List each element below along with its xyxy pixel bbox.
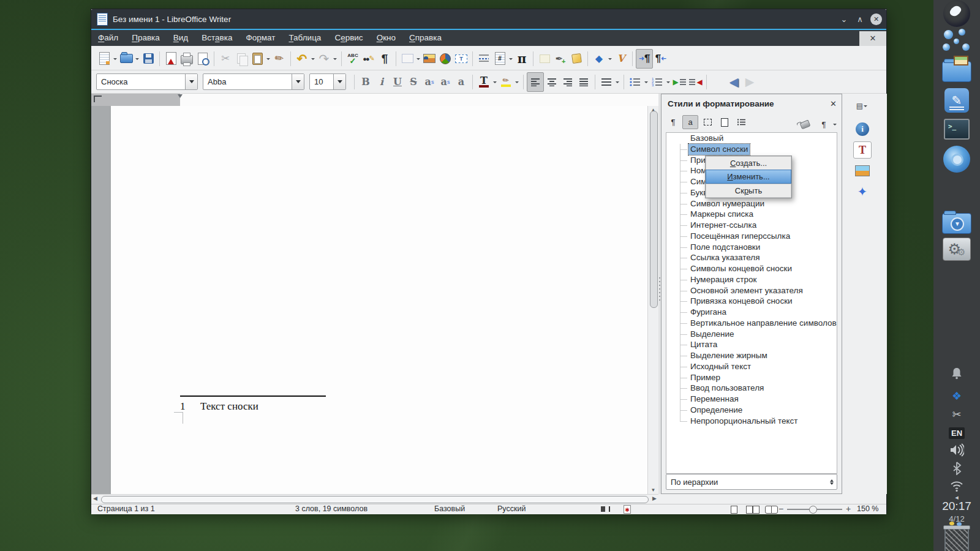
keyboard-layout-indicator[interactable]: EN — [949, 427, 965, 439]
menu-format[interactable]: Формат — [239, 30, 282, 46]
sort-mode-combo[interactable]: По иерархии — [666, 474, 837, 490]
status-paragraph-style[interactable]: Базовый — [434, 504, 465, 514]
style-list-item[interactable]: Посещённая гиперссылка — [666, 231, 837, 242]
status-wordcount[interactable]: 3 слов, 19 символов — [295, 504, 368, 514]
scroll-right-icon[interactable]: ▶ — [652, 495, 657, 501]
export-pdf-button[interactable] — [163, 50, 179, 68]
vertical-scrollbar[interactable]: ▲ ▼ — [647, 106, 658, 494]
tab-properties[interactable]: i — [853, 121, 872, 138]
menu-insert[interactable]: Вставка — [195, 30, 239, 46]
style-list-item[interactable]: Символ нумерации — [666, 198, 837, 209]
align-right-button[interactable] — [560, 73, 576, 91]
show-draw-functions-button[interactable]: ✒+ — [552, 50, 568, 68]
style-list-item[interactable]: Непропорциональный текст — [666, 416, 837, 427]
trash-icon[interactable] — [944, 528, 969, 551]
clear-formatting-button[interactable]: a — [453, 73, 469, 91]
paragraph-styles-button[interactable]: ¶ — [665, 115, 681, 129]
launcher-sphere-icon[interactable] — [943, 0, 970, 27]
font-color-dropdown[interactable] — [492, 73, 498, 91]
insert-mode-icon[interactable] — [601, 506, 610, 512]
paragraph-style-combo[interactable]: Сноска — [96, 73, 198, 90]
frame-styles-button[interactable] — [699, 115, 715, 129]
paste-button[interactable] — [249, 50, 265, 68]
print-button[interactable] — [179, 50, 195, 68]
insert-chart-button[interactable] — [437, 50, 453, 68]
bold-button[interactable]: B — [358, 73, 374, 91]
browser-icon[interactable] — [943, 146, 970, 173]
undo-dropdown[interactable] — [310, 50, 316, 68]
style-list-item[interactable]: Выделение — [666, 329, 837, 340]
context-menu-new[interactable]: Создать... — [706, 156, 791, 170]
insert-formula-button[interactable]: π — [514, 50, 530, 68]
text-editor-icon[interactable]: ✎ — [944, 88, 969, 113]
style-list-item[interactable]: Интернет-ссылка — [666, 220, 837, 231]
zoom-level[interactable]: 150 % — [857, 504, 878, 514]
style-list-item[interactable]: Основной элемент указателя — [666, 285, 837, 296]
zoom-out-button[interactable]: − — [778, 504, 783, 514]
italic-button[interactable]: i — [374, 73, 390, 91]
navigate-back-button[interactable]: ◀ — [726, 73, 742, 91]
underline-button[interactable]: U — [390, 73, 405, 91]
style-list-item[interactable]: Поле подстановки — [666, 242, 837, 253]
font-size-combo[interactable]: 10 — [309, 73, 346, 90]
system-settings-icon[interactable]: ⚙⚙ — [943, 238, 971, 261]
draw-object-button[interactable] — [568, 50, 584, 68]
style-list-item[interactable]: Цитата — [666, 339, 837, 350]
document-modified-icon[interactable]: ✱ — [624, 505, 631, 514]
subscript-button[interactable]: as — [437, 73, 453, 91]
open-button[interactable] — [118, 50, 134, 68]
tab-stop-selector-icon[interactable] — [94, 96, 102, 102]
tab-styles[interactable]: T — [853, 141, 872, 159]
hyperlink-dropdown[interactable] — [607, 50, 613, 68]
page-break-button[interactable] — [476, 50, 492, 68]
context-menu-modify[interactable]: Изменить... — [706, 170, 791, 184]
paste-dropdown[interactable] — [265, 50, 271, 68]
increase-indent-button[interactable]: ▶ — [671, 73, 687, 91]
style-list-item[interactable]: Базовый — [666, 133, 837, 144]
menu-window[interactable]: Окно — [370, 30, 402, 46]
font-name-combo[interactable]: Abba — [203, 73, 304, 90]
insert-table-dropdown[interactable] — [415, 50, 421, 68]
clone-formatting-button[interactable]: ✎ — [271, 50, 287, 68]
document-page[interactable]: 1Текст сноски — [111, 106, 647, 494]
menu-view[interactable]: Вид — [167, 30, 195, 46]
style-list-item[interactable]: Исходный текст — [666, 361, 837, 372]
new-document-button[interactable] — [96, 50, 112, 68]
context-menu-hide[interactable]: Скрыть — [706, 184, 791, 198]
font-color-button[interactable]: T — [476, 73, 492, 91]
scroll-left-icon[interactable]: ◀ — [93, 495, 97, 501]
style-list-item[interactable]: Символ сноски — [666, 144, 837, 155]
insert-textbox-button[interactable]: T — [453, 50, 469, 68]
downloads-folder-icon[interactable] — [942, 213, 971, 234]
titlebar[interactable]: Без имени 1 - LibreOffice Writer ⌄ ∧ ✕ — [91, 9, 886, 29]
style-list-item[interactable]: Определение — [666, 405, 837, 416]
style-list-item[interactable]: Переменная — [666, 394, 837, 405]
highlight-button[interactable]: ✎ — [498, 73, 514, 91]
sidebar-settings-button[interactable]: ▤ — [853, 97, 872, 114]
paragraph-style-dropdown[interactable] — [185, 74, 197, 89]
panel-close-button[interactable]: ✕ — [830, 99, 837, 108]
numbered-list-dropdown[interactable] — [665, 73, 671, 91]
style-list-item[interactable]: Ввод пользователя — [666, 383, 837, 394]
insert-field-dropdown[interactable] — [508, 50, 514, 68]
menu-file[interactable]: Файл — [91, 30, 125, 46]
menu-help[interactable]: Справка — [402, 30, 448, 46]
view-multi-page-button[interactable] — [746, 504, 760, 516]
font-size-dropdown[interactable] — [333, 74, 345, 89]
undo-button[interactable]: ↶ — [294, 50, 310, 68]
redo-dropdown[interactable] — [332, 50, 338, 68]
page-styles-button[interactable] — [717, 115, 733, 129]
style-list-item[interactable]: Символы концевой сноски — [666, 263, 837, 274]
view-book-button[interactable] — [765, 504, 778, 516]
insert-footnote-button[interactable]: ➜¶ — [636, 49, 653, 69]
footnote-text[interactable]: Текст сноски — [200, 400, 258, 412]
sort-mode-spinner[interactable] — [827, 478, 837, 487]
bullet-list-button[interactable] — [627, 73, 643, 91]
fill-format-mode-button[interactable] — [799, 119, 810, 129]
insert-image-button[interactable] — [421, 50, 437, 68]
tab-gallery[interactable] — [853, 162, 872, 179]
document-close-button[interactable]: ✕ — [859, 31, 886, 46]
font-name-dropdown[interactable] — [292, 74, 304, 89]
list-styles-button[interactable] — [734, 115, 750, 129]
freeform-line-button[interactable]: V — [613, 50, 629, 68]
